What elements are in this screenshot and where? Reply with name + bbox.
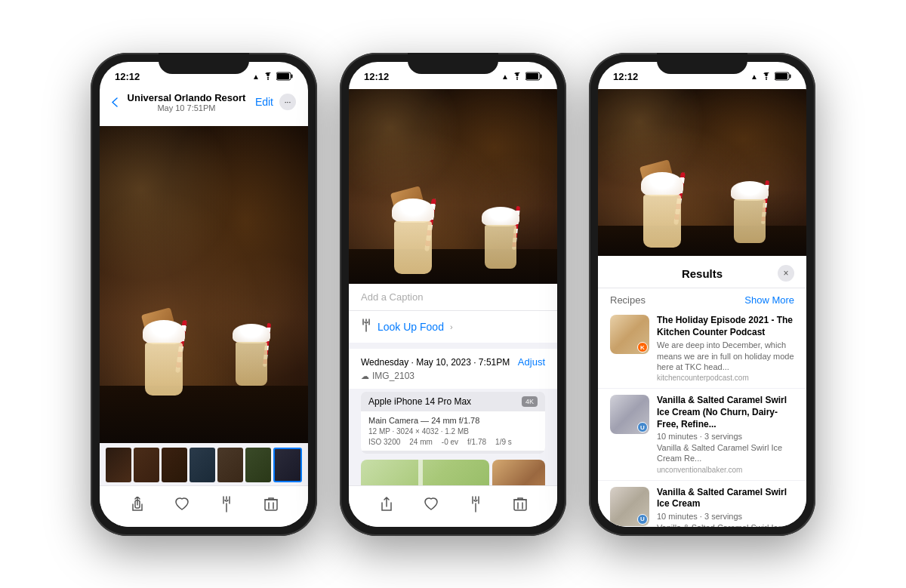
shutter-2: 1/9 s — [495, 438, 512, 446]
result-title-3: Vanilla & Salted Caramel Swirl Ice Cream — [657, 487, 794, 510]
result-thumb-1: K — [610, 315, 649, 354]
svg-rect-25 — [514, 500, 526, 510]
trash-button-1[interactable] — [260, 494, 282, 515]
thumb-6[interactable] — [245, 448, 271, 482]
device-badge-2: 4K — [522, 396, 538, 407]
camera-detail-spec-2: 12 MP · 3024 × 4032 · 1.2 MB — [368, 427, 538, 436]
svg-rect-16 — [526, 73, 538, 79]
result-desc-1: We are deep into December, which means w… — [657, 340, 794, 372]
svg-rect-2 — [291, 74, 293, 78]
lookup-label-2: Look Up Food — [378, 321, 444, 333]
camera-main-spec-2: Main Camera — 24 mm f/1.78 — [368, 416, 538, 425]
result-url-label-3: Vanilla & Salted Caramel Swirl Ice Cream… — [657, 522, 794, 527]
whipped-cream-2 — [233, 324, 270, 343]
status-icons-2: ▲ — [501, 72, 542, 82]
map-roads-2 — [361, 460, 489, 485]
food-button-2[interactable] — [465, 494, 486, 515]
result-title-1: The Holiday Episode 2021 - The Kitchen C… — [657, 315, 794, 338]
result-item-3[interactable]: U Vanilla & Salted Caramel Swirl Ice Cre… — [598, 481, 806, 527]
result-thumb-3: U — [610, 487, 649, 526]
phone-1: 12:12 ▲ Universal Orlando Resort — [91, 53, 317, 536]
status-time-3: 12:12 — [613, 71, 638, 82]
results-panel-3: Results × Recipes Show More K — [598, 256, 806, 526]
table-2 — [349, 249, 557, 285]
battery-icon-2 — [525, 72, 542, 82]
signal-icon-3: ▲ — [750, 72, 758, 81]
svg-rect-15 — [541, 74, 542, 78]
toolbar-1 — [100, 485, 308, 527]
result-info-1: The Holiday Episode 2021 - The Kitchen C… — [657, 315, 794, 382]
photo-area-3 — [598, 89, 806, 257]
show-more-button-3[interactable]: Show More — [744, 294, 794, 306]
result-info-2: Vanilla & Salted Caramel Swirl Ice Cream… — [657, 395, 794, 473]
heart-button-1[interactable] — [171, 494, 193, 515]
device-section-2: Apple iPhone 14 Pro Max 4K Main Camera —… — [361, 392, 545, 454]
back-button-1[interactable] — [112, 97, 118, 107]
glass-body-3 — [643, 195, 681, 248]
thumb-5[interactable] — [217, 448, 243, 482]
result-meta-2: 10 minutes · 3 servings — [657, 432, 794, 441]
adjust-button-2[interactable]: Adjust — [518, 356, 545, 368]
glass-second-2 — [482, 208, 519, 269]
heart-button-2[interactable] — [421, 494, 442, 515]
glass-main-2 — [390, 202, 436, 274]
svg-point-13 — [516, 79, 518, 80]
nav-actions-1: Edit ··· — [255, 94, 296, 110]
share-button-2[interactable] — [376, 494, 397, 515]
lookup-chevron-2: › — [450, 322, 453, 331]
aperture-2: f/1.78 — [467, 438, 486, 446]
results-title-3: Results — [682, 267, 723, 280]
main-photo-1[interactable] — [100, 126, 308, 443]
results-close-button-3[interactable]: × — [778, 265, 794, 282]
result-meta-3: 10 minutes · 3 servings — [657, 512, 794, 521]
glass-body-main-2 — [394, 221, 432, 274]
whipped-cream-1 — [143, 320, 185, 344]
result-url-1: kitchencounterpodcast.com — [657, 374, 794, 382]
toolbar-2 — [349, 485, 557, 527]
thumb-7-active[interactable] — [273, 448, 302, 482]
date-row-2: Wednesday · May 10, 2023 · 7:51PM Adjust — [361, 356, 545, 368]
photo-background-2 — [349, 89, 557, 285]
result-item-2[interactable]: U Vanilla & Salted Caramel Swirl Ice Cre… — [598, 389, 806, 480]
trash-button-2[interactable] — [510, 494, 531, 515]
share-button-1[interactable] — [127, 494, 148, 515]
thumb-4[interactable] — [190, 448, 215, 482]
device-row-2: Apple iPhone 14 Pro Max 4K — [361, 392, 545, 411]
iso-2: ISO 3200 — [368, 438, 400, 446]
filename-row-2: ☁ IMG_2103 — [361, 371, 545, 381]
result-item-1[interactable]: K The Holiday Episode 2021 - The Kitchen… — [598, 309, 806, 389]
edit-button-1[interactable]: Edit — [255, 96, 273, 108]
thumb-2[interactable] — [134, 448, 159, 482]
nav-title-1: Universal Orlando Resort May 10 7:51PM — [128, 92, 246, 112]
svg-point-0 — [267, 79, 269, 80]
cream-3 — [641, 172, 683, 196]
phone-3-screen: 12:12 ▲ — [598, 62, 806, 527]
cream-2 — [392, 199, 434, 223]
signal-icon-2: ▲ — [501, 72, 509, 81]
status-icons-3: ▲ — [750, 72, 791, 82]
result-info-3: Vanilla & Salted Caramel Swirl Ice Cream… — [657, 487, 794, 527]
result-url-label-2: Vanilla & Salted Caramel Swirl Ice Cream… — [657, 442, 794, 464]
more-button-1[interactable]: ··· — [279, 94, 296, 110]
food-lookup-icon-2 — [361, 319, 371, 335]
phone-2-screen: 12:12 ▲ — [349, 62, 557, 527]
food-lookup-button-1[interactable] — [216, 494, 237, 515]
map-photo-thumb-2 — [492, 460, 545, 485]
thumb-1[interactable] — [106, 448, 131, 482]
photo-date-2: Wednesday · May 10, 2023 · 7:51PM — [361, 357, 510, 368]
caption-field-2[interactable]: Add a Caption — [349, 284, 557, 311]
status-time-1: 12:12 — [115, 71, 140, 82]
cream-second-3 — [731, 181, 769, 201]
photo-top-half-2 — [349, 89, 557, 285]
recipes-label-3: Recipes — [610, 294, 646, 306]
result-title-2: Vanilla & Salted Caramel Swirl Ice Cream… — [657, 395, 794, 430]
table-3 — [598, 226, 806, 256]
cream-second-2 — [482, 207, 519, 226]
lookup-row-2[interactable]: Look Up Food › — [349, 311, 557, 343]
thumb-3[interactable] — [162, 448, 187, 482]
wifi-icon-2 — [512, 72, 522, 82]
svg-point-29 — [766, 79, 767, 80]
source-badge-3: U — [637, 514, 648, 525]
camera-params-2: ISO 3200 24 mm -0 ev f/1.78 1/9 s — [368, 438, 538, 446]
map-section-2[interactable]: 📍 Universal StudiosFlorida — [349, 457, 557, 485]
